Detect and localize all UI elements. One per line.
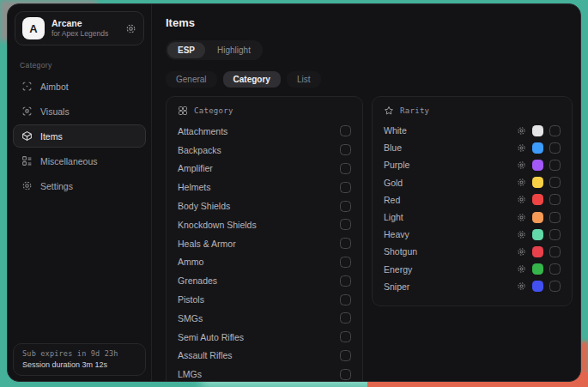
rarity-settings-icon[interactable] — [517, 195, 526, 204]
category-checkbox[interactable] — [340, 294, 351, 305]
page-title: Items — [166, 16, 573, 29]
rarity-color-swatch[interactable] — [532, 229, 543, 240]
category-checkbox[interactable] — [340, 257, 351, 268]
rarity-checkbox[interactable] — [549, 263, 561, 275]
sidebar-item-aimbot[interactable]: Aimbot — [13, 75, 146, 98]
main-content: Items ESP Highlight General Category Lis… — [152, 4, 580, 381]
category-checkbox[interactable] — [340, 201, 351, 212]
rarity-checkbox[interactable] — [549, 125, 561, 136]
category-row: LMGs — [178, 365, 351, 381]
category-row: SMGs — [178, 309, 351, 328]
sidebar-item-visuals[interactable]: Visuals — [13, 100, 146, 123]
category-row: Pistols — [178, 290, 351, 309]
sidebar-item-label: Miscellaneous — [40, 156, 98, 166]
category-panel-title: Category — [194, 106, 233, 115]
brand-logo: A — [22, 17, 45, 39]
rarity-checkbox[interactable] — [549, 160, 561, 171]
subscription-status-card: Sub expires in 9d 23h Session duration 3… — [13, 343, 146, 376]
rarity-color-swatch[interactable] — [532, 281, 543, 292]
category-row: Heals & Armor — [178, 234, 351, 253]
esp-highlight-toggle: ESP Highlight — [166, 40, 263, 60]
rarity-color-swatch[interactable] — [532, 194, 543, 205]
rarity-settings-icon[interactable] — [517, 264, 526, 274]
app-window: A Arcane for Apex Legends Category — [7, 3, 581, 382]
rarity-settings-icon[interactable] — [517, 230, 526, 239]
crosshair-scan-icon — [21, 81, 33, 92]
category-row: Assault Rifles — [178, 347, 351, 366]
sub-expires-text: Sub expires in 9d 23h — [22, 349, 136, 358]
category-checkbox[interactable] — [340, 163, 351, 174]
category-checkbox[interactable] — [340, 312, 351, 324]
rarity-row: Energy — [384, 261, 561, 278]
sidebar-nav: Aimbot Visuals Items — [8, 75, 151, 197]
category-row: Body Shields — [178, 197, 351, 215]
rarity-settings-icon[interactable] — [517, 247, 526, 257]
rarity-settings-icon[interactable] — [517, 178, 526, 187]
rarity-settings-icon[interactable] — [517, 126, 526, 136]
rarity-settings-icon[interactable] — [517, 143, 526, 153]
sidebar-item-label: Aimbot — [40, 82, 69, 92]
toggle-option-esp[interactable]: ESP — [167, 42, 205, 58]
category-checkbox[interactable] — [340, 182, 351, 193]
rarity-checkbox[interactable] — [549, 281, 561, 292]
tab-category[interactable]: Category — [223, 71, 281, 88]
category-row: Backpacks — [178, 141, 351, 160]
rarity-row: Blue — [384, 139, 561, 156]
rarity-settings-icon[interactable] — [517, 281, 526, 291]
category-checkbox[interactable] — [340, 144, 351, 155]
category-checkbox[interactable] — [340, 350, 351, 361]
rarity-settings-icon[interactable] — [517, 160, 526, 170]
sidebar: A Arcane for Apex Legends Category — [8, 4, 152, 381]
category-row: Ammo — [178, 253, 351, 272]
rarity-checkbox[interactable] — [549, 142, 561, 154]
sidebar-item-label: Visuals — [40, 106, 70, 117]
tab-general[interactable]: General — [166, 71, 217, 88]
toggle-option-highlight[interactable]: Highlight — [207, 42, 261, 58]
rarity-color-swatch[interactable] — [532, 125, 543, 136]
grid-icon — [178, 106, 188, 116]
category-checkbox[interactable] — [340, 331, 351, 342]
sidebar-item-miscellaneous[interactable]: Miscellaneous — [13, 149, 146, 172]
rarity-settings-icon[interactable] — [517, 213, 526, 222]
desktop-background-orange-edge — [580, 342, 588, 387]
category-row: Helmets — [178, 178, 351, 197]
category-row: Knockdown Shields — [178, 215, 351, 234]
category-row: Amplifier — [178, 160, 351, 178]
category-row: Grenades — [178, 271, 351, 290]
items-tabs: General Category List — [166, 71, 573, 88]
category-checkbox[interactable] — [340, 238, 351, 249]
rarity-color-swatch[interactable] — [532, 160, 543, 171]
rarity-color-swatch[interactable] — [532, 142, 543, 154]
category-checkbox[interactable] — [340, 369, 351, 380]
rarity-checkbox[interactable] — [549, 212, 561, 223]
rarity-row: Gold — [384, 174, 561, 191]
category-checkbox[interactable] — [340, 275, 351, 287]
brand-card: A Arcane for Apex Legends — [15, 11, 144, 45]
rarity-row: Light — [384, 209, 561, 226]
rarity-color-swatch[interactable] — [532, 246, 543, 257]
rarity-color-swatch[interactable] — [532, 177, 543, 188]
rarity-row: Purple — [384, 156, 561, 173]
category-panel: Category Attachments Backpacks Amplifier… — [166, 96, 363, 381]
sidebar-item-settings[interactable]: Settings — [13, 174, 146, 197]
sidebar-category-label: Category — [20, 61, 151, 70]
category-row: Semi Auto Rifles — [178, 328, 351, 347]
category-row: Attachments — [178, 122, 351, 141]
star-icon — [384, 106, 394, 116]
rarity-checkbox[interactable] — [549, 177, 561, 188]
sidebar-item-label: Items — [40, 131, 63, 142]
category-checkbox[interactable] — [340, 125, 351, 136]
tab-list[interactable]: List — [287, 71, 321, 88]
rarity-color-swatch[interactable] — [532, 212, 543, 223]
rarity-panel: Rarity White Blue Purple Gold — [372, 96, 573, 306]
sidebar-item-items[interactable]: Items — [13, 124, 146, 148]
brand-name: Arcane — [52, 18, 118, 29]
rarity-checkbox[interactable] — [549, 194, 561, 205]
package-icon — [21, 130, 33, 142]
category-checkbox[interactable] — [340, 219, 351, 230]
rarity-panel-title: Rarity — [400, 106, 429, 115]
rarity-color-swatch[interactable] — [532, 263, 543, 275]
brand-gear-icon[interactable] — [125, 23, 136, 34]
rarity-checkbox[interactable] — [549, 229, 561, 240]
rarity-checkbox[interactable] — [549, 246, 561, 257]
